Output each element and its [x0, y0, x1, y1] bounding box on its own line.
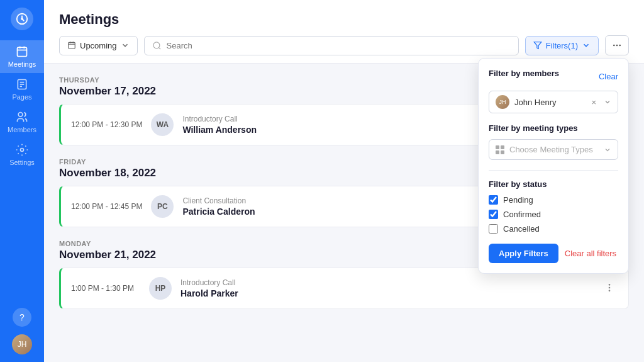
member-avatar: JH [496, 95, 509, 109]
sidebar-item-members[interactable]: Members [0, 106, 44, 139]
sidebar-item-settings-label: Settings [9, 159, 35, 166]
meeting-time: 1:00 PM - 1:30 PM [71, 284, 140, 293]
help-icon: ? [19, 312, 25, 322]
svg-point-20 [616, 45, 618, 47]
clear-filters-button[interactable]: Clear all filters [565, 249, 616, 258]
sidebar-item-pages[interactable]: Pages [0, 73, 44, 106]
apply-filters-button[interactable]: Apply Filters [489, 244, 558, 263]
filter-panel: Filter by members Clear JH John Henry × … [478, 58, 629, 274]
svg-point-29 [609, 286, 611, 288]
status-pending-label: Pending [503, 195, 533, 205]
filter-divider [489, 170, 618, 171]
svg-rect-2 [18, 47, 27, 56]
svg-point-11 [21, 149, 24, 152]
toolbar: Upcoming Filters(1) [59, 35, 629, 55]
svg-point-10 [18, 113, 23, 117]
avatar: PC [151, 195, 174, 218]
filters-chevron-icon [582, 41, 591, 50]
grid-icon [496, 145, 504, 154]
avatar: WA [151, 113, 174, 136]
status-cancelled[interactable]: Cancelled [489, 224, 618, 234]
calendar-icon [67, 41, 76, 50]
meeting-info: Introductory Call Harold Parker [180, 278, 592, 298]
status-cancelled-label: Cancelled [503, 224, 540, 234]
dots-icon [612, 40, 622, 50]
main-content: Meetings Upcoming [44, 0, 644, 362]
search-bar [144, 36, 519, 55]
member-select-dropdown[interactable]: JH John Henry × [489, 91, 618, 113]
meeting-types-dropdown[interactable]: Choose Meeting Types [489, 139, 618, 160]
sidebar-item-settings[interactable]: Settings [0, 139, 44, 171]
svg-marker-18 [534, 42, 541, 49]
filter-members-header: Filter by members Clear [489, 69, 618, 84]
meeting-type: Introductory Call [180, 278, 592, 287]
filter-icon [533, 41, 542, 50]
svg-point-30 [609, 290, 611, 291]
more-options-button[interactable] [605, 35, 629, 55]
sidebar-item-pages-label: Pages [12, 93, 31, 101]
sidebar: Meetings Pages Members Settings ? [0, 0, 44, 362]
help-button[interactable]: ? [13, 308, 31, 327]
svg-point-28 [609, 284, 611, 286]
upcoming-label: Upcoming [80, 41, 117, 50]
svg-point-19 [613, 45, 615, 47]
app-logo [11, 8, 33, 30]
svg-point-21 [619, 45, 621, 47]
filters-button[interactable]: Filters(1) [525, 36, 599, 55]
svg-point-16 [153, 42, 159, 48]
svg-line-17 [158, 47, 160, 49]
filter-actions: Apply Filters Clear all filters [489, 244, 618, 263]
avatar: HP [149, 277, 172, 300]
status-pending[interactable]: Pending [489, 195, 618, 205]
dots-vertical-icon [604, 283, 614, 293]
selected-member-name: John Henry [514, 98, 586, 107]
page-title: Meetings [59, 11, 629, 28]
status-confirmed-checkbox[interactable] [489, 210, 498, 219]
status-confirmed[interactable]: Confirmed [489, 210, 618, 219]
user-avatar[interactable]: JH [12, 334, 32, 354]
chevron-down-icon [121, 41, 130, 50]
svg-point-1 [21, 18, 23, 20]
meeting-types-placeholder: Choose Meeting Types [509, 145, 599, 154]
filter-members-clear[interactable]: Clear [599, 72, 618, 81]
meeting-name: Harold Parker [180, 288, 592, 298]
search-input[interactable] [167, 41, 511, 50]
member-remove-button[interactable]: × [591, 98, 596, 107]
filter-status-title: Filter by status [489, 179, 618, 189]
filters-label: Filters(1) [546, 41, 578, 50]
svg-rect-12 [69, 42, 75, 48]
page-header: Meetings Upcoming [44, 0, 644, 64]
status-confirmed-label: Confirmed [503, 210, 541, 219]
upcoming-dropdown[interactable]: Upcoming [59, 36, 138, 55]
search-icon [152, 41, 162, 50]
meeting-more-button[interactable] [601, 280, 618, 297]
status-checkbox-list: Pending Confirmed Cancelled [489, 195, 618, 234]
chevron-down-icon [604, 98, 611, 106]
sidebar-item-meetings[interactable]: Meetings [0, 40, 44, 73]
avatar-initials: JH [18, 340, 27, 349]
sidebar-item-members-label: Members [8, 126, 36, 133]
meeting-time: 12:00 PM - 12:30 PM [71, 120, 142, 129]
meeting-time: 12:00 PM - 12:45 PM [71, 202, 142, 211]
status-cancelled-checkbox[interactable] [489, 224, 498, 234]
sidebar-item-meetings-label: Meetings [8, 60, 36, 68]
filter-members-title: Filter by members [489, 69, 559, 78]
filter-types-title: Filter by meeting types [489, 123, 618, 133]
chevron-down-icon [604, 146, 611, 154]
status-pending-checkbox[interactable] [489, 195, 498, 205]
